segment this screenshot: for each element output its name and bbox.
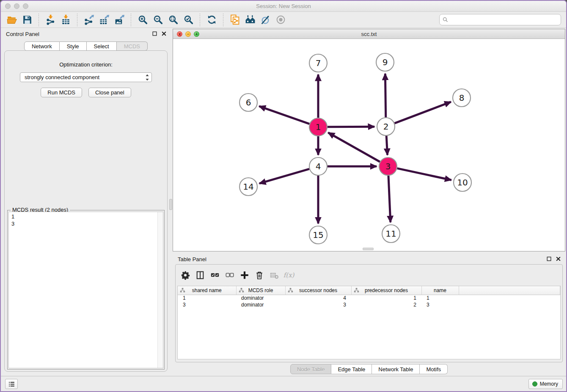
- toolbar-separator: [77, 14, 77, 26]
- tree-icon: [354, 287, 359, 293]
- close-panel-button[interactable]: Close panel: [88, 88, 131, 97]
- houses-icon[interactable]: [243, 14, 257, 26]
- cell[interactable]: dominator: [236, 301, 285, 308]
- edge-4-14[interactable]: [259, 169, 309, 183]
- search-input[interactable]: [450, 15, 558, 25]
- cell[interactable]: 2: [351, 301, 421, 308]
- tab-network-table[interactable]: Network Table: [372, 364, 420, 374]
- tab-select[interactable]: Select: [87, 41, 117, 51]
- delete-column-icon[interactable]: [253, 269, 266, 282]
- tab-node-table[interactable]: Node Table: [290, 364, 332, 374]
- cell[interactable]: 3: [285, 301, 351, 308]
- float-table-panel-icon[interactable]: [546, 256, 552, 262]
- tab-edge-table[interactable]: Edge Table: [331, 364, 372, 374]
- cell[interactable]: 1: [178, 295, 236, 301]
- search-box[interactable]: [439, 14, 561, 25]
- tab-network[interactable]: Network: [24, 41, 60, 51]
- eye-icon[interactable]: [274, 14, 287, 26]
- function-builder-icon[interactable]: f(x): [283, 269, 295, 282]
- edge-3-1[interactable]: [328, 133, 380, 162]
- column-header-name[interactable]: name: [421, 286, 459, 295]
- node-label-15: 15: [313, 230, 323, 240]
- table-row[interactable]: 1dominator411: [178, 295, 560, 301]
- result-scrollbar[interactable]: [157, 212, 163, 368]
- table-panel-title: Table Panel: [178, 256, 206, 262]
- zoom-in-icon[interactable]: [136, 14, 149, 26]
- node-table[interactable]: shared nameMCDS rolesuccessor nodesprede…: [177, 286, 561, 359]
- cell[interactable]: 1: [351, 295, 421, 301]
- column-header-successor-nodes[interactable]: successor nodes: [285, 286, 351, 295]
- edge-2-9[interactable]: [385, 74, 385, 117]
- run-mcds-button[interactable]: Run MCDS: [41, 88, 82, 97]
- cell[interactable]: 3: [421, 301, 459, 308]
- import-network-icon[interactable]: [44, 14, 57, 26]
- select-all-icon[interactable]: [209, 269, 221, 282]
- columns-icon[interactable]: [194, 269, 206, 282]
- tab-motifs[interactable]: Motifs: [420, 364, 448, 374]
- mcds-result-area[interactable]: 1 3: [8, 212, 163, 368]
- edge-2-8[interactable]: [395, 102, 451, 124]
- task-list-icon[interactable]: [5, 379, 18, 389]
- control-panel-title: Control Panel: [6, 31, 39, 37]
- column-header-MCDS-role[interactable]: MCDS role: [236, 286, 285, 295]
- refresh-layout-icon[interactable]: [205, 14, 218, 26]
- clone-network-icon[interactable]: [228, 14, 242, 26]
- select-stepper-icon: [144, 73, 150, 84]
- export-image-icon[interactable]: [113, 14, 126, 26]
- network-window: x – + scc.txt 7968124314101511: [173, 29, 565, 251]
- node-label-1: 1: [316, 122, 321, 132]
- node-label-11: 11: [385, 229, 396, 239]
- add-column-icon[interactable]: [238, 269, 251, 282]
- zoom-fit-icon[interactable]: [166, 14, 180, 26]
- cell[interactable]: 4: [285, 295, 351, 301]
- hide-graphics-details-icon[interactable]: [259, 14, 272, 26]
- cell[interactable]: 1: [421, 295, 459, 301]
- cell-filler: [459, 295, 560, 301]
- node-label-7: 7: [316, 58, 321, 68]
- network-canvas[interactable]: 7968124314101511: [173, 39, 565, 251]
- deselect-all-icon[interactable]: [223, 269, 236, 282]
- criterion-select[interactable]: strongly connected component: [20, 72, 152, 82]
- node-label-3: 3: [385, 161, 391, 171]
- edge-1-2[interactable]: [328, 127, 374, 127]
- network-window-titlebar[interactable]: x – + scc.txt: [173, 29, 565, 39]
- edge-3-11[interactable]: [388, 176, 391, 222]
- memory-status-icon: [532, 381, 537, 386]
- zoom-selected-icon[interactable]: [182, 14, 195, 26]
- horizontal-splitter-handle[interactable]: [363, 248, 374, 250]
- table-tabs: Node TableEdge TableNetwork TableMotifs: [173, 364, 565, 374]
- close-panel-icon[interactable]: [161, 31, 167, 36]
- edge-2-3[interactable]: [386, 136, 387, 155]
- column-header-shared-name[interactable]: shared name: [178, 286, 236, 295]
- cell[interactable]: 3: [178, 301, 236, 308]
- edge-3-10[interactable]: [397, 168, 451, 180]
- window-title: Session: New Session: [1, 3, 566, 9]
- edge-1-6[interactable]: [259, 106, 309, 124]
- tab-mcds[interactable]: MCDS: [117, 41, 148, 51]
- column-header-predecessor-nodes[interactable]: predecessor nodes: [351, 286, 421, 295]
- table-row[interactable]: 3dominator323: [178, 301, 560, 308]
- zoom-out-icon[interactable]: [151, 14, 165, 26]
- node-label-14: 14: [243, 182, 253, 192]
- save-session-icon[interactable]: [20, 14, 34, 26]
- cell[interactable]: dominator: [236, 295, 285, 301]
- float-panel-icon[interactable]: [152, 31, 157, 36]
- criterion-value: strongly connected component: [25, 74, 99, 80]
- export-network-icon[interactable]: [82, 14, 96, 26]
- cell-filler: [459, 301, 560, 308]
- toolbar-separator: [39, 14, 39, 26]
- optimization-criterion-label: Optimization criterion:: [5, 61, 167, 68]
- delete-table-icon[interactable]: [268, 269, 281, 282]
- tab-style[interactable]: Style: [60, 41, 87, 51]
- memory-button[interactable]: Memory: [528, 379, 563, 389]
- network-graph[interactable]: 7968124314101511: [173, 39, 565, 251]
- column-header-filler: [459, 286, 560, 295]
- node-label-4: 4: [316, 161, 321, 171]
- export-table-icon[interactable]: [97, 14, 111, 26]
- vertical-splitter-handle[interactable]: [169, 199, 172, 210]
- network-window-title: scc.txt: [173, 31, 565, 37]
- close-table-panel-icon[interactable]: [556, 256, 561, 262]
- open-session-icon[interactable]: [5, 14, 19, 26]
- gear-icon[interactable]: [179, 269, 192, 282]
- import-table-icon[interactable]: [59, 14, 72, 26]
